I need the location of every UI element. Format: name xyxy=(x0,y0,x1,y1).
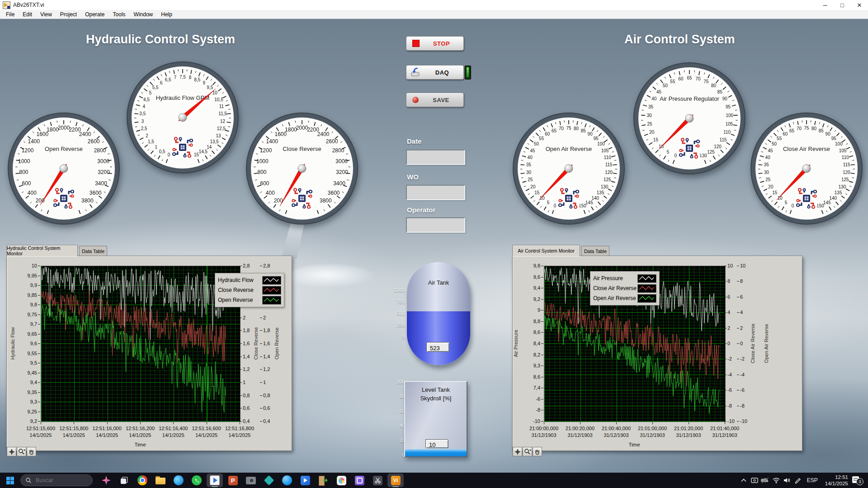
wifi-icon[interactable] xyxy=(771,475,782,486)
pan-hand-tool-icon[interactable] xyxy=(533,447,542,456)
photos-icon[interactable] xyxy=(333,474,349,487)
screen: ABv26TXT.vi ─ □ ✕ FileEditViewProjectOpe… xyxy=(0,0,868,488)
search-input[interactable] xyxy=(35,477,86,484)
menu-item-tools[interactable]: Tools xyxy=(109,11,130,18)
save-button[interactable]: SAVE xyxy=(406,93,464,107)
labview-vi-icon[interactable]: VI xyxy=(387,474,404,487)
crosshair-tool-icon[interactable] xyxy=(7,447,16,456)
file-explorer-icon[interactable] xyxy=(152,474,169,487)
chrome-icon[interactable] xyxy=(134,474,151,487)
x-axis-tick xyxy=(725,422,725,424)
maximize-button[interactable]: □ xyxy=(834,0,851,10)
copilot-icon[interactable] xyxy=(98,474,114,487)
tab-hydraulic-control-system-monitor[interactable]: Hydraulic Control System Monitor xyxy=(6,245,78,256)
svg-text:30: 30 xyxy=(764,170,769,175)
task-view-icon[interactable] xyxy=(116,474,132,487)
legend-item-hydraulic-flow[interactable]: Hydraulic Flow xyxy=(218,275,281,285)
gauge-open-air-reverse[interactable]: 0510152025303540455055606570758085909510… xyxy=(512,112,625,225)
y-axis-tick xyxy=(38,314,40,315)
tab-air-control-system-monitor[interactable]: Air Control System Monitor xyxy=(512,245,580,256)
svg-text:Open Air Reverse: Open Air Reverse xyxy=(546,145,592,152)
gauge-open-reverse[interactable]: 2004006008001000120014001600180020002200… xyxy=(7,112,120,225)
teams-diamond-icon[interactable] xyxy=(261,474,277,487)
powerpoint-icon[interactable]: P xyxy=(225,474,241,487)
edge-icon[interactable] xyxy=(170,474,187,487)
svg-text:12: 12 xyxy=(220,119,226,124)
whatsapp-icon[interactable] xyxy=(189,474,205,487)
svg-text:3,5: 3,5 xyxy=(139,111,146,116)
taskbar-search[interactable] xyxy=(20,474,93,486)
y-axis-tick xyxy=(38,412,40,412)
save-button-label: SAVE xyxy=(419,97,463,103)
movies-app-icon[interactable] xyxy=(297,474,313,487)
right-axis-tick xyxy=(240,382,242,383)
snipping-tool-icon[interactable] xyxy=(369,474,386,487)
stop-button[interactable]: STOP xyxy=(406,36,464,51)
menu-item-window[interactable]: Window xyxy=(130,11,157,18)
air-tank-fill xyxy=(407,311,470,365)
y-axis-tick xyxy=(541,410,543,410)
svg-text:135: 135 xyxy=(835,190,842,195)
legend-item-close-air-reverse[interactable]: Close Air Reverse xyxy=(593,283,656,293)
legend-swatch xyxy=(262,296,281,305)
cast-icon[interactable] xyxy=(749,475,760,486)
svg-text:80: 80 xyxy=(711,83,717,88)
legend-item-close-reverse[interactable]: Close Reverse xyxy=(218,285,281,295)
right-axis-tick xyxy=(737,266,739,266)
volume-icon[interactable] xyxy=(782,475,793,486)
gauge-air-pressure-regulator[interactable]: 0510152025303540455055606570758085909510… xyxy=(633,62,746,175)
tab-data-table[interactable]: Data Table xyxy=(79,246,107,256)
labview-run-icon[interactable] xyxy=(207,474,223,487)
legend-item-air-pressure[interactable]: Air Pressure xyxy=(593,273,656,283)
zoom-tool-icon[interactable] xyxy=(523,447,532,456)
menu-item-view[interactable]: View xyxy=(36,11,56,18)
y-axis-tick xyxy=(541,321,543,322)
svg-text:1400: 1400 xyxy=(28,138,40,145)
svg-text:1000: 1000 xyxy=(256,158,269,164)
menu-item-edit[interactable]: Edit xyxy=(19,11,36,18)
menu-item-operate[interactable]: Operate xyxy=(81,11,108,18)
gauge-hydraulic-flow[interactable]: 00,511,522,533,544,555,566,577,588,599,5… xyxy=(126,61,239,174)
date-field[interactable] xyxy=(406,150,465,165)
skype-icon[interactable] xyxy=(279,474,295,487)
pan-hand-tool-icon[interactable] xyxy=(27,447,36,456)
level-tank-value[interactable]: 10 xyxy=(426,440,448,448)
crosshair-tool-icon[interactable] xyxy=(513,447,522,456)
wo-field[interactable] xyxy=(406,185,465,200)
gauge-close-reverse[interactable]: 2004006008001000120014001600180020002200… xyxy=(245,112,359,225)
purple-app-icon[interactable] xyxy=(351,474,368,487)
y-axis-tick xyxy=(541,310,543,310)
daq-button[interactable]: DAQ xyxy=(406,65,464,80)
legend-item-open-air-reverse[interactable]: Open Air Reverse xyxy=(593,293,656,303)
exit-door-icon[interactable] xyxy=(315,474,331,487)
operator-field[interactable] xyxy=(406,217,465,233)
menu-item-file[interactable]: File xyxy=(2,11,19,18)
legend-swatch xyxy=(637,284,656,293)
zoom-tool-icon[interactable] xyxy=(17,447,26,456)
menu-item-help[interactable]: Help xyxy=(157,11,176,18)
right-axis-tick xyxy=(240,357,242,357)
svg-text:60: 60 xyxy=(678,76,684,81)
tray-chevron-icon[interactable] xyxy=(738,475,749,486)
right-axis-tick xyxy=(240,318,242,318)
right-axis-tick xyxy=(724,421,726,422)
right-axis-tick-label: 1,4 xyxy=(243,354,250,359)
minimize-button[interactable]: ─ xyxy=(816,0,834,10)
right-axis-tick xyxy=(737,421,739,422)
right-axis-tick xyxy=(737,328,739,328)
camera-icon[interactable] xyxy=(243,474,259,487)
gauge-close-air-reverse[interactable]: 0510152025303540455055606570758085909510… xyxy=(750,112,863,225)
start-button[interactable] xyxy=(6,477,14,484)
svg-text:95: 95 xyxy=(726,104,731,109)
legend-item-open-reverse[interactable]: Open Reverse xyxy=(218,295,281,305)
notification-center[interactable]: 3 xyxy=(852,475,863,486)
taskbar-clock[interactable]: 12:51 14/1/2025 xyxy=(825,474,848,487)
language-indicator[interactable]: ESP xyxy=(807,477,818,483)
svg-text:600: 600 xyxy=(22,180,31,187)
close-button[interactable]: ✕ xyxy=(851,0,868,10)
onedrive-paused-icon[interactable] xyxy=(760,475,771,486)
tab-data-table[interactable]: Data Table xyxy=(581,246,609,256)
menu-item-project[interactable]: Project xyxy=(56,11,81,18)
air-tank-value[interactable]: 523 xyxy=(427,343,449,352)
pen-icon[interactable] xyxy=(793,475,803,486)
